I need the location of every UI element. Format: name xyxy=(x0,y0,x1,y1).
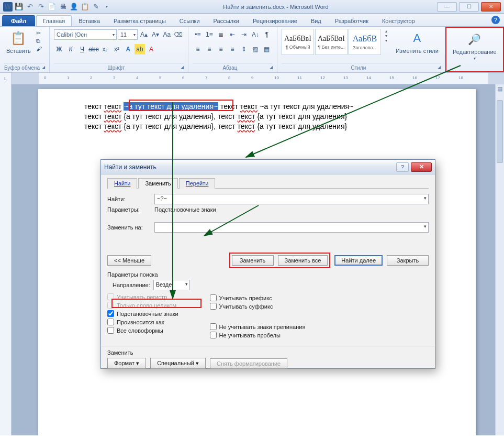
font-size-combo[interactable]: 11 xyxy=(118,29,138,40)
maximize-button[interactable]: ☐ xyxy=(459,2,479,12)
line-spacing-icon[interactable]: ⇕ xyxy=(239,44,249,54)
shading-icon[interactable]: ▨ xyxy=(250,44,261,54)
page-content[interactable]: текст текст ~а тут текст для удаления~ т… xyxy=(38,89,476,144)
font-color-icon[interactable]: A xyxy=(146,44,156,54)
checkbox-option[interactable]: Не учитывать знаки препинания xyxy=(210,323,306,330)
underline-icon[interactable]: Ч xyxy=(77,44,87,54)
borders-icon[interactable]: ▦ xyxy=(262,44,272,54)
save-icon[interactable]: 💾 xyxy=(14,2,24,12)
shrink-font-icon[interactable]: A▾ xyxy=(150,29,161,40)
tab-file[interactable]: Файл xyxy=(2,15,35,26)
vertical-scrollbar[interactable]: ▤ xyxy=(495,84,504,435)
indent-icon[interactable]: ⇥ xyxy=(239,29,249,40)
justify-icon[interactable]: ≡ xyxy=(227,44,238,54)
italic-icon[interactable]: К xyxy=(65,44,76,54)
strike-icon[interactable]: abc xyxy=(88,44,99,54)
tab-references[interactable]: Ссылки xyxy=(173,15,207,26)
checkbox[interactable] xyxy=(210,294,217,301)
direction-combo[interactable]: Везде xyxy=(153,280,190,290)
style-heading[interactable]: АаБбВЗаголово... xyxy=(349,29,381,55)
checkbox-option[interactable]: Не учитывать пробелы xyxy=(210,332,306,338)
horizontal-ruler[interactable]: 0123456789101112131415161718 xyxy=(12,73,504,84)
align-left-icon[interactable]: ≡ xyxy=(193,44,203,54)
qat-icon[interactable]: ✎ xyxy=(91,2,100,12)
qat-icon[interactable]: 📄 xyxy=(47,2,57,12)
checkbox[interactable] xyxy=(210,303,217,310)
tab-home[interactable]: Главная xyxy=(36,15,72,26)
change-case-icon[interactable]: Aa xyxy=(162,29,172,40)
highlight-icon[interactable]: ab xyxy=(135,44,145,54)
clear-format-icon[interactable]: ⌫ xyxy=(173,29,184,40)
qat-dropdown-icon[interactable]: ▾ xyxy=(102,2,111,12)
less-button[interactable]: << Меньше xyxy=(107,255,151,266)
find-next-button[interactable]: Найти далее xyxy=(334,255,383,266)
gallery-more-icon[interactable]: ▾ xyxy=(385,38,387,43)
find-input[interactable]: ~?~ xyxy=(154,194,429,204)
checkbox-option[interactable]: Произносится как xyxy=(107,319,178,325)
gallery-up-icon[interactable]: ▴ xyxy=(385,29,387,34)
redo-icon[interactable]: ↷ xyxy=(36,2,46,12)
checkbox[interactable] xyxy=(210,323,217,330)
qat-icon[interactable]: 🖶 xyxy=(58,2,68,12)
superscript-icon[interactable]: x² xyxy=(111,44,122,54)
editing-button[interactable]: 🔎 Редактирование ▾ xyxy=(451,30,499,62)
replace-all-button[interactable]: Заменить все xyxy=(278,255,328,266)
show-marks-icon[interactable]: ¶ xyxy=(262,29,272,40)
format-painter-icon[interactable]: 🖌 xyxy=(36,46,42,52)
tab-view[interactable]: Вид xyxy=(304,15,328,26)
tab-designer[interactable]: Конструктор xyxy=(375,15,422,26)
grow-font-icon[interactable]: A▴ xyxy=(139,29,149,40)
close-dialog-button[interactable]: Закрыть xyxy=(387,255,429,266)
tab-find[interactable]: Найти xyxy=(107,178,137,189)
tab-replace[interactable]: Заменить xyxy=(138,178,177,189)
ruler-toggle-icon[interactable]: ▤ xyxy=(496,85,503,93)
replace-button[interactable]: Заменить xyxy=(232,255,274,266)
tab-insert[interactable]: Вставка xyxy=(72,15,107,26)
multilevel-icon[interactable]: ≣ xyxy=(216,29,226,40)
scrollbar-thumb[interactable] xyxy=(497,100,503,163)
bullets-icon[interactable]: •≡ xyxy=(193,29,203,40)
dialog-close-button[interactable]: ✕ xyxy=(411,162,432,172)
subscript-icon[interactable]: x₂ xyxy=(100,44,110,54)
styles-gallery[interactable]: АаБбВвІ¶ Обычный АаБбВвІ¶ Без инте... Аа… xyxy=(282,29,381,55)
tab-goto[interactable]: Перейти xyxy=(179,178,216,189)
style-nospacing[interactable]: АаБбВвІ¶ Без инте... xyxy=(315,29,348,55)
font-family-combo[interactable]: Calibri (Осн xyxy=(54,29,117,40)
help-icon[interactable]: ? xyxy=(491,16,500,24)
checkbox-option[interactable]: Учитывать префикс xyxy=(210,294,306,301)
checkbox[interactable] xyxy=(107,319,114,325)
checkbox[interactable] xyxy=(107,327,114,334)
tab-review[interactable]: Рецензирование xyxy=(246,15,304,26)
bold-icon[interactable]: Ж xyxy=(54,44,64,54)
minimize-button[interactable]: — xyxy=(437,2,457,12)
align-right-icon[interactable]: ≡ xyxy=(216,44,226,54)
dialog-titlebar[interactable]: Найти и заменить ? ✕ xyxy=(101,160,435,174)
tab-pagelayout[interactable]: Разметка страницы xyxy=(107,15,173,26)
numbering-icon[interactable]: 1≡ xyxy=(204,29,215,40)
format-button[interactable]: Формат ▾ xyxy=(107,358,146,369)
vertical-ruler[interactable] xyxy=(0,84,12,435)
qat-icon[interactable]: 📋 xyxy=(80,2,89,12)
qat-icon[interactable]: 👤 xyxy=(69,2,79,12)
close-button[interactable]: ✕ xyxy=(481,2,501,12)
special-button[interactable]: Специальный ▾ xyxy=(150,358,206,369)
dialog-launcher-icon[interactable]: ◢ xyxy=(438,65,441,70)
tab-mailings[interactable]: Рассылки xyxy=(207,15,246,26)
cut-icon[interactable]: ✂ xyxy=(36,30,42,37)
sort-icon[interactable]: A↓ xyxy=(250,29,261,40)
copy-icon[interactable]: ⧉ xyxy=(36,38,42,45)
checkbox-option[interactable]: Все словоформы xyxy=(107,327,178,334)
tab-developer[interactable]: Разработчик xyxy=(328,15,375,26)
replace-input[interactable] xyxy=(154,222,429,233)
checkbox[interactable] xyxy=(210,332,217,338)
dialog-launcher-icon[interactable]: ◢ xyxy=(270,65,273,70)
clear-formatting-button[interactable]: Снять форматирование xyxy=(210,358,287,369)
text-effects-icon[interactable]: A xyxy=(123,44,133,54)
dialog-help-button[interactable]: ? xyxy=(396,162,409,172)
change-styles-button[interactable]: A Изменить стили xyxy=(394,29,441,55)
checkbox-option[interactable]: Подстановочные знаки xyxy=(107,310,178,317)
gallery-down-icon[interactable]: ▾ xyxy=(385,34,387,38)
paste-button[interactable]: 📋 Вставить xyxy=(4,29,33,55)
dialog-launcher-icon[interactable]: ◢ xyxy=(42,65,45,70)
dedent-icon[interactable]: ⇤ xyxy=(227,29,238,40)
